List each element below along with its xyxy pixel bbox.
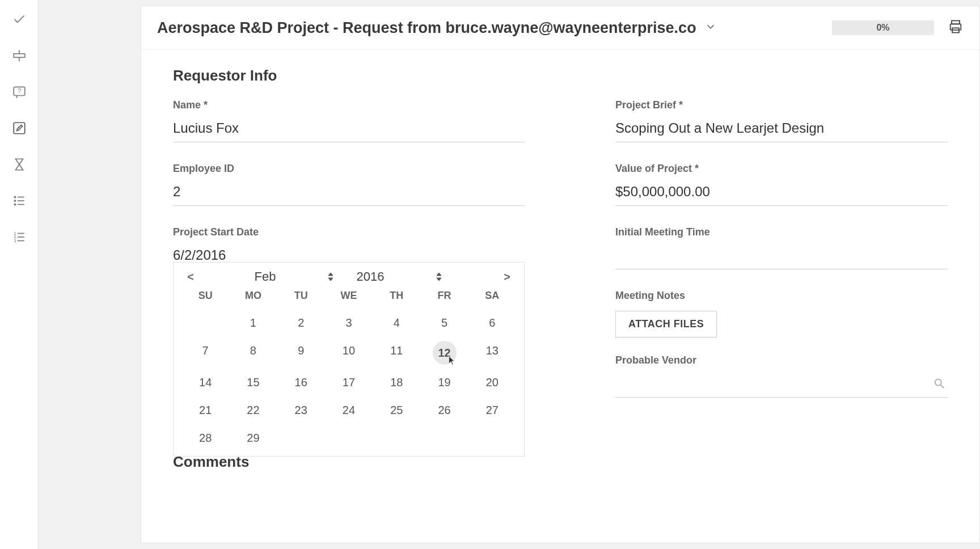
cal-dow: SU bbox=[181, 288, 229, 305]
print-icon[interactable] bbox=[948, 19, 964, 37]
svg-point-9 bbox=[14, 200, 15, 201]
cal-day[interactable]: 10 bbox=[325, 341, 373, 365]
vendor-input[interactable] bbox=[615, 372, 948, 398]
project-value-input[interactable] bbox=[615, 180, 948, 206]
start-date-label: Project Start Date bbox=[173, 226, 525, 238]
svg-marker-22 bbox=[328, 273, 333, 276]
cal-dow: MO bbox=[229, 288, 277, 305]
cal-day-blank bbox=[325, 428, 373, 448]
cal-next[interactable]: > bbox=[499, 271, 515, 284]
cal-day[interactable]: 27 bbox=[468, 400, 516, 420]
field-meeting-time: Initial Meeting Time bbox=[615, 226, 948, 269]
svg-marker-23 bbox=[328, 278, 333, 281]
name-input[interactable] bbox=[173, 117, 525, 142]
help-icon[interactable]: ? bbox=[10, 83, 28, 101]
cal-day[interactable]: 28 bbox=[181, 428, 229, 448]
cal-day[interactable]: 24 bbox=[325, 400, 373, 420]
numbered-list-icon[interactable]: 123 bbox=[10, 228, 28, 246]
cal-day[interactable]: 23 bbox=[277, 400, 325, 420]
cal-day[interactable]: 17 bbox=[325, 373, 373, 392]
cal-year: 2016 bbox=[356, 269, 384, 284]
section-title: Requestor Info bbox=[173, 67, 948, 85]
search-icon[interactable] bbox=[933, 377, 945, 392]
svg-point-7 bbox=[14, 196, 15, 197]
svg-line-27 bbox=[941, 385, 944, 388]
progress-bar: 0% bbox=[832, 20, 934, 35]
field-meeting-notes: Meeting Notes ATTACH FILES bbox=[615, 290, 948, 337]
sort-icon bbox=[327, 269, 335, 284]
meeting-time-label: Initial Meeting Time bbox=[615, 226, 948, 238]
cal-day-blank bbox=[420, 428, 468, 448]
cal-day-blank bbox=[277, 428, 325, 448]
comments-heading: Comments bbox=[173, 453, 525, 471]
cal-prev[interactable]: < bbox=[183, 271, 198, 284]
title-dropdown-icon[interactable] bbox=[704, 20, 717, 35]
employee-id-label: Employee ID bbox=[173, 163, 525, 175]
check-icon[interactable] bbox=[10, 10, 28, 28]
field-project-value: Value of Project * bbox=[615, 163, 948, 206]
cal-month-select[interactable]: Feb bbox=[255, 269, 335, 284]
cal-day[interactable]: 9 bbox=[277, 341, 325, 365]
progress-label: 0% bbox=[876, 23, 889, 33]
field-name: Name * bbox=[173, 99, 525, 142]
cal-year-select[interactable]: 2016 bbox=[356, 269, 443, 284]
svg-marker-25 bbox=[437, 278, 441, 281]
cal-day[interactable]: 14 bbox=[181, 373, 229, 392]
cal-day[interactable]: 1 bbox=[229, 313, 277, 333]
cal-day[interactable]: 29 bbox=[229, 428, 277, 448]
sort-icon bbox=[435, 269, 443, 284]
cal-dow: WE bbox=[325, 288, 373, 305]
cal-day[interactable]: 5 bbox=[420, 313, 468, 333]
date-picker: < Feb 2016 bbox=[173, 262, 525, 457]
field-project-brief: Project Brief * bbox=[615, 99, 948, 142]
cal-day[interactable]: 22 bbox=[229, 400, 277, 420]
cal-day[interactable]: 19 bbox=[420, 373, 468, 392]
project-brief-input[interactable] bbox=[615, 117, 948, 142]
name-label: Name * bbox=[173, 99, 525, 111]
cal-dow: SA bbox=[468, 288, 516, 305]
cal-day[interactable]: 8 bbox=[229, 341, 277, 365]
cal-day[interactable]: 12 bbox=[433, 341, 457, 365]
cal-day-blank bbox=[373, 428, 420, 448]
cal-day[interactable]: 18 bbox=[373, 373, 420, 392]
form-card: Aerospace R&D Project - Request from bru… bbox=[141, 6, 980, 543]
field-employee-id: Employee ID bbox=[173, 163, 525, 206]
svg-point-11 bbox=[14, 204, 15, 205]
svg-rect-6 bbox=[14, 123, 25, 134]
edit-icon[interactable] bbox=[10, 119, 28, 137]
project-brief-label: Project Brief * bbox=[615, 99, 948, 111]
cal-dow: TH bbox=[373, 288, 420, 305]
cal-day[interactable]: 26 bbox=[420, 400, 468, 420]
hourglass-icon[interactable] bbox=[10, 155, 28, 174]
cal-day[interactable]: 13 bbox=[468, 341, 516, 365]
field-vendor: Probable Vendor bbox=[615, 354, 948, 398]
main-area: Aerospace R&D Project - Request from bru… bbox=[39, 0, 980, 549]
cal-day[interactable]: 15 bbox=[229, 373, 277, 392]
svg-point-26 bbox=[935, 379, 941, 386]
attach-files-button[interactable]: ATTACH FILES bbox=[615, 311, 717, 337]
page-title: Aerospace R&D Project - Request from bru… bbox=[157, 19, 696, 37]
list-icon[interactable] bbox=[10, 192, 28, 210]
cal-day[interactable]: 3 bbox=[325, 313, 373, 333]
cal-day[interactable]: 7 bbox=[181, 341, 229, 365]
svg-text:3: 3 bbox=[14, 238, 16, 243]
cal-dow: TU bbox=[277, 288, 325, 305]
card-header: Aerospace R&D Project - Request from bru… bbox=[141, 6, 979, 50]
cal-day[interactable]: 16 bbox=[277, 373, 325, 392]
cal-day[interactable]: 20 bbox=[468, 373, 516, 392]
cal-day[interactable]: 25 bbox=[373, 400, 420, 420]
svg-marker-24 bbox=[437, 273, 441, 276]
align-icon[interactable] bbox=[10, 47, 28, 65]
cal-month: Feb bbox=[255, 269, 276, 284]
meeting-time-input[interactable] bbox=[615, 244, 948, 269]
cal-day-blank bbox=[181, 313, 229, 333]
cal-day-blank bbox=[468, 428, 516, 448]
cal-day[interactable]: 6 bbox=[468, 313, 516, 333]
cal-day[interactable]: 2 bbox=[277, 313, 325, 333]
svg-text:?: ? bbox=[17, 87, 20, 94]
employee-id-input[interactable] bbox=[173, 180, 525, 206]
cal-day[interactable]: 4 bbox=[373, 313, 420, 333]
cal-day[interactable]: 21 bbox=[181, 400, 229, 420]
svg-rect-0 bbox=[14, 54, 25, 58]
cal-day[interactable]: 11 bbox=[373, 341, 420, 365]
